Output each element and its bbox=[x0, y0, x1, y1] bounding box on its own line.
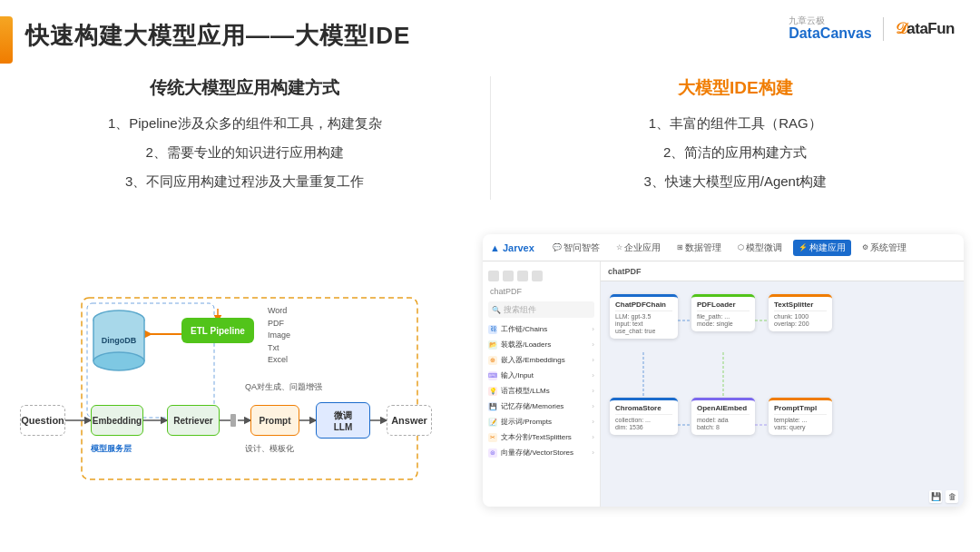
svg-rect-5 bbox=[230, 414, 236, 427]
canvas-node-6: PromptTmpl template: ... vars: query bbox=[769, 398, 832, 435]
ide-canvas-tab: chatPDF bbox=[601, 261, 964, 281]
ide-sidebar-tab: chatPDF bbox=[483, 285, 600, 300]
right-point-3: 3、快速大模型应用/Agent构建 bbox=[527, 171, 945, 192]
tab-icon-3[interactable] bbox=[517, 271, 528, 281]
save-icon[interactable]: 💾 bbox=[929, 490, 942, 503]
nav-enterprise[interactable]: ☆ 企业应用 bbox=[611, 240, 666, 256]
trash-icon[interactable]: 🗑 bbox=[946, 490, 958, 503]
menu-vectorstores[interactable]: ⊛ 向量存储/VectorStores › bbox=[483, 445, 600, 460]
jiuzhang-text: 九章云极 bbox=[789, 16, 872, 25]
left-point-3: 3、不同应用构建过程涉及大量重复工作 bbox=[36, 171, 454, 192]
right-heading: 大模型IDE构建 bbox=[527, 76, 945, 100]
dingodb-box: DingoDB bbox=[91, 309, 147, 374]
left-heading: 传统大模型应用构建方式 bbox=[36, 76, 454, 100]
svg-text:DingoDB: DingoDB bbox=[102, 336, 137, 345]
tab-icon-1[interactable] bbox=[488, 271, 499, 281]
canvas-node-4: ChromaStore collection: ... dim: 1536 bbox=[610, 398, 678, 435]
answer-box: Answer bbox=[387, 405, 432, 436]
menu-embeddings[interactable]: ⊕ 嵌入器/Embeddings › bbox=[483, 352, 600, 368]
ide-navbar: ▲ Jarvex 💬 智问智答 ☆ 企业应用 ⊞ 数据管理 ⬡ 模型微调 ⚡ 构… bbox=[483, 234, 964, 261]
canvas-node-3: TextSplitter chunk: 1000 overlap: 200 bbox=[769, 294, 832, 331]
datacanvas-text: DataCanvas bbox=[789, 25, 872, 42]
menu-llms[interactable]: 💡 语言模型/LLMs › bbox=[483, 383, 600, 399]
right-point-1: 1、丰富的组件工具（RAG） bbox=[527, 113, 945, 134]
nav-model[interactable]: ⬡ 模型微调 bbox=[732, 240, 788, 256]
nav-zhiwen[interactable]: 💬 智问智答 bbox=[547, 240, 605, 256]
ide-logo: ▲ Jarvex bbox=[490, 242, 534, 253]
right-point-2: 2、简洁的应用构建方式 bbox=[527, 142, 945, 163]
right-column: 大模型IDE构建 1、丰富的组件工具（RAG） 2、简洁的应用构建方式 3、快速… bbox=[491, 76, 981, 200]
canvas-node-1: ChatPDFChain LLM: gpt-3.5 input: text us… bbox=[610, 294, 678, 339]
logo-area: 九章云极 DataCanvas 𝒟ataFun bbox=[789, 16, 955, 42]
etl-box: ETL Pipeline bbox=[181, 318, 254, 343]
ide-search-box[interactable]: 🔍 搜索组件 bbox=[488, 301, 594, 318]
ide-canvas: chatPDF ChatPDFChain LLM: gpt-3.5 input:… bbox=[601, 261, 964, 507]
menu-loaders[interactable]: 📂 装载器/Loaders › bbox=[483, 337, 600, 352]
logo-divider bbox=[883, 17, 884, 41]
ide-top-icons bbox=[483, 267, 593, 285]
canvas-node-2: PDFLoader file_path: ... mode: single bbox=[691, 294, 755, 331]
menu-input[interactable]: ⌨ 输入/Input › bbox=[483, 368, 600, 383]
ide-mockup: ▲ Jarvex 💬 智问智答 ☆ 企业应用 ⊞ 数据管理 ⬡ 模型微调 ⚡ 构… bbox=[483, 234, 964, 507]
left-point-2: 2、需要专业的知识进行应用构建 bbox=[36, 142, 454, 163]
accent-bar bbox=[0, 16, 13, 64]
llm-box: 微调 LLM bbox=[316, 402, 370, 439]
nav-data[interactable]: ⊞ 数据管理 bbox=[671, 240, 727, 256]
tab-icon-4[interactable] bbox=[532, 271, 543, 281]
design-label: 设计、模板化 bbox=[245, 443, 294, 455]
embedding-box: Embedding bbox=[91, 405, 143, 436]
svg-point-17 bbox=[93, 352, 144, 370]
tab-icon-2[interactable] bbox=[503, 271, 514, 281]
page-title: 快速构建大模型应用——大模型IDE bbox=[25, 20, 410, 52]
datacanvas-logo: 九章云极 DataCanvas bbox=[789, 16, 872, 42]
prompt-box: Prompt bbox=[250, 405, 299, 436]
menu-prompts[interactable]: 📝 提示词/Prompts › bbox=[483, 414, 600, 429]
pipeline-diagram: Question Embedding Retriever Prompt 微调 L… bbox=[18, 243, 445, 507]
qa-label: QA对生成、问题增强 bbox=[245, 381, 322, 393]
model-layer-label: 模型服务层 bbox=[91, 443, 132, 455]
nav-build[interactable]: ⚡ 构建应用 bbox=[793, 240, 851, 256]
question-box: Question bbox=[20, 405, 65, 436]
canvas-node-5: OpenAIEmbed model: ada batch: 8 bbox=[691, 398, 755, 435]
ide-sidebar: chatPDF 🔍 搜索组件 ⛓ 工作链/Chains › 📂 装载器/Load… bbox=[483, 261, 601, 507]
file-types: Word PDF Image Txt Excel bbox=[268, 305, 290, 367]
menu-memories[interactable]: 💾 记忆存储/Memories › bbox=[483, 399, 600, 414]
left-point-1: 1、Pipeline涉及众多的组件和工具，构建复杂 bbox=[36, 113, 454, 134]
right-points: 1、丰富的组件工具（RAG） 2、简洁的应用构建方式 3、快速大模型应用/Age… bbox=[527, 113, 945, 192]
ide-body: chatPDF 🔍 搜索组件 ⛓ 工作链/Chains › 📂 装载器/Load… bbox=[483, 261, 964, 507]
ide-bottom-toolbar: 💾 🗑 bbox=[929, 490, 958, 503]
menu-textsplitters[interactable]: ✂ 文本分割/TextSplitters › bbox=[483, 429, 600, 445]
nav-system[interactable]: ⚙ 系统管理 bbox=[857, 240, 912, 256]
columns: 传统大模型应用构建方式 1、Pipeline涉及众多的组件和工具，构建复杂 2、… bbox=[0, 76, 980, 200]
left-column: 传统大模型应用构建方式 1、Pipeline涉及众多的组件和工具，构建复杂 2、… bbox=[0, 76, 491, 200]
datafun-logo: 𝒟ataFun bbox=[895, 20, 955, 38]
retriever-box: Retriever bbox=[167, 405, 220, 436]
left-points: 1、Pipeline涉及众多的组件和工具，构建复杂 2、需要专业的知识进行应用构… bbox=[36, 113, 454, 192]
menu-chains[interactable]: ⛓ 工作链/Chains › bbox=[483, 321, 600, 337]
